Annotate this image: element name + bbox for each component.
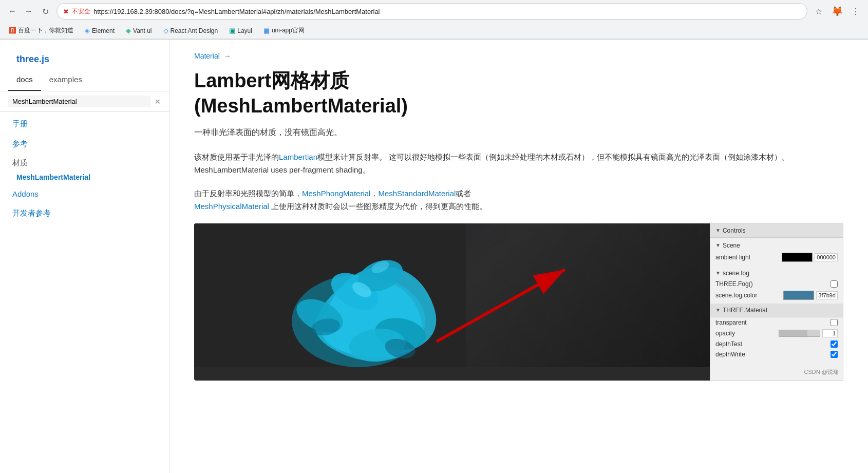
bookmark-layui[interactable]: ▣ Layui <box>225 26 256 35</box>
fox-icon[interactable]: 🦊 <box>830 4 844 18</box>
nav-item-mesh-lambert[interactable]: MeshLambertMaterial <box>0 170 169 184</box>
search-input[interactable] <box>12 98 146 105</box>
main-content: Material → Lambert网格材质(MeshLambertMateri… <box>169 40 868 473</box>
baidu-icon: 🅱 <box>9 27 16 34</box>
insecure-label: 不安全 <box>72 7 90 16</box>
svg-line-12 <box>437 270 565 342</box>
opacity-number: 1 <box>822 329 838 337</box>
mesh-standard-link[interactable]: MeshStandardMaterial <box>378 189 456 198</box>
scene-fog-color-value: 3f7b9d <box>783 291 838 300</box>
opacity-slider[interactable] <box>779 330 820 337</box>
sidebar: three.js docs examples ✕ 手册 参考 材质 MeshLa… <box>0 40 169 473</box>
bookmark-vant-label: Vant ui <box>133 27 152 34</box>
bookmark-element[interactable]: ◈ Element <box>81 26 119 35</box>
scene-fog-header[interactable]: ▼ scene.fog <box>710 268 843 279</box>
breadcrumb-link[interactable]: Material <box>194 52 220 60</box>
scene-fog-color-label: scene.fog.color <box>715 292 779 299</box>
bookmark-vant[interactable]: ◆ Vant ui <box>122 26 156 35</box>
depth-test-label: depthTest <box>715 340 826 348</box>
transparent-checkbox[interactable] <box>831 319 838 326</box>
vant-icon: ◆ <box>126 27 131 34</box>
back-button[interactable]: ← <box>5 4 20 18</box>
tab-docs[interactable]: docs <box>8 69 41 91</box>
bookmark-react-ant[interactable]: ◇ React Ant Design <box>159 26 222 35</box>
controls-title: Controls <box>723 227 746 234</box>
bookmarks-bar: 🅱 百度一下，你就知道 ◈ Element ◆ Vant ui ◇ React … <box>0 23 868 39</box>
transparent-row: transparent <box>710 317 843 328</box>
url-text: https://192.168.2.39:8080/docs/?q=MeshLa… <box>93 8 801 15</box>
transparent-label: transparent <box>715 319 826 326</box>
ambient-light-label: ambient light <box>715 254 778 261</box>
element-icon: ◈ <box>85 27 90 34</box>
close-icon[interactable]: ✕ <box>155 98 161 106</box>
depth-test-value <box>831 340 838 348</box>
page-subtitle: 一种非光泽表面的材质，没有镜面高光。 <box>194 127 843 138</box>
scene-fog-color-box[interactable] <box>783 291 814 300</box>
watermark-container: CSDN @说瑞 <box>710 360 843 380</box>
desc2-pre: 由于反射率和光照模型的简单， <box>194 189 302 198</box>
opacity-slider-fill <box>779 330 807 336</box>
depth-write-checkbox[interactable] <box>831 351 838 358</box>
forward-button[interactable]: → <box>22 4 36 18</box>
nav-item-manual[interactable]: 手册 <box>0 114 169 134</box>
opacity-value: 1 <box>779 329 838 337</box>
ambient-light-color[interactable] <box>782 253 813 262</box>
depth-test-row: depthTest <box>710 339 843 349</box>
sidebar-tabs: docs examples <box>0 69 169 91</box>
depth-write-label: depthWrite <box>715 351 826 358</box>
scene-fog-section: ▼ scene.fog THREE.Fog() scene.fog.color <box>710 266 843 304</box>
mesh-physical-link[interactable]: MeshPhysicalMaterial <box>194 202 269 211</box>
nav-section: 手册 参考 材质 MeshLambertMaterial Addons 开发者参… <box>0 112 169 225</box>
search-input-container[interactable] <box>8 96 150 107</box>
breadcrumb-arrow: → <box>224 52 231 60</box>
scene-header[interactable]: ▼ Scene <box>710 240 843 251</box>
mesh-phong-link[interactable]: MeshPhongMaterial <box>302 189 370 198</box>
nav-item-dev-reference[interactable]: 开发者参考 <box>0 203 169 223</box>
opacity-label: opacity <box>715 330 775 337</box>
scene-chevron: ▼ <box>715 242 721 248</box>
desc1-pre: 该材质使用基于非光泽的 <box>194 153 279 161</box>
tab-examples[interactable]: examples <box>41 69 90 91</box>
nav-item-reference[interactable]: 参考 <box>0 134 169 154</box>
three-fog-label: THREE.Fog() <box>715 280 826 288</box>
bookmark-baidu-label: 百度一下，你就知道 <box>18 26 73 35</box>
bookmark-baidu[interactable]: 🅱 百度一下，你就知道 <box>5 25 78 36</box>
viewer-container: ▼ Controls ▼ Scene ambient light 000000 <box>194 223 843 381</box>
star-button[interactable]: ☆ <box>812 4 826 18</box>
depth-test-checkbox[interactable] <box>831 340 838 348</box>
three-fog-checkbox[interactable] <box>831 280 838 288</box>
nav-item-addons[interactable]: Addons <box>0 184 169 203</box>
scene-label: Scene <box>723 242 740 249</box>
material-chevron: ▼ <box>715 307 721 313</box>
page-title: Lambert网格材质(MeshLambertMaterial) <box>194 68 843 119</box>
lambertian-link[interactable]: Lambertian <box>279 153 317 161</box>
uniapp-icon: ▦ <box>263 27 270 34</box>
bookmark-uniapp-label: uni-app官网 <box>272 26 305 35</box>
desc2-mid: ， <box>370 189 378 198</box>
ambient-light-text: 000000 <box>815 253 838 261</box>
controls-header[interactable]: ▼ Controls <box>710 224 843 238</box>
react-ant-icon: ◇ <box>163 27 168 34</box>
scene-section: ▼ Scene ambient light 000000 <box>710 238 843 266</box>
arrow-svg <box>194 223 710 367</box>
csdn-watermark: CSDN @说瑞 <box>804 368 839 376</box>
opacity-row: opacity 1 <box>710 328 843 339</box>
three-material-label: THREE.Material <box>723 307 767 314</box>
address-bar[interactable]: ✖ 不安全 https://192.168.2.39:8080/docs/?q=… <box>56 3 807 20</box>
bookmark-uniapp[interactable]: ▦ uni-app官网 <box>259 25 309 36</box>
scene-fog-color-row: scene.fog.color 3f7b9d <box>710 289 843 301</box>
lock-icon: ✖ <box>63 8 69 15</box>
controls-panel: ▼ Controls ▼ Scene ambient light 000000 <box>710 223 843 381</box>
nav-category-materials: 材质 <box>0 154 169 170</box>
menu-button[interactable]: ⋮ <box>848 4 863 18</box>
transparent-value <box>831 319 838 326</box>
three-fog-value <box>831 280 838 288</box>
browser-toolbar: ← → ↻ ✖ 不安全 https://192.168.2.39:8080/do… <box>0 0 868 23</box>
depth-write-value <box>831 351 838 358</box>
fog-chevron: ▼ <box>715 270 721 276</box>
depth-write-row: depthWrite <box>710 349 843 360</box>
ambient-light-value: 000000 <box>782 253 838 262</box>
refresh-button[interactable]: ↻ <box>38 4 52 18</box>
nav-buttons: ← → ↻ <box>5 4 52 18</box>
three-material-header[interactable]: ▼ THREE.Material <box>710 304 843 317</box>
